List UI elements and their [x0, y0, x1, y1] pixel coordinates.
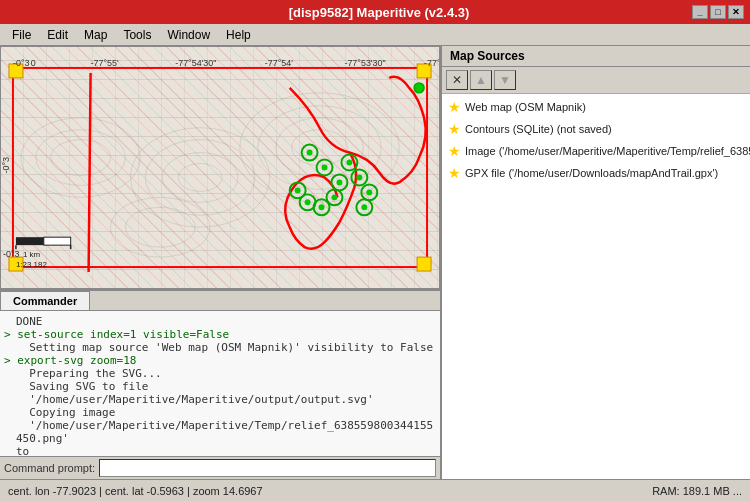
- output-line: '/home/user/Maperitive/Maperitive/output…: [4, 393, 436, 406]
- output-line: DONE: [4, 315, 436, 328]
- menu-map[interactable]: Map: [76, 26, 115, 44]
- source-label: Image ('/home/user/Maperitive/Maperitive…: [465, 145, 750, 157]
- title-bar: [disp9582] Maperitive (v2.4.3) _ □ ✕: [0, 0, 750, 24]
- menu-help[interactable]: Help: [218, 26, 259, 44]
- source-icon-star: ★: [448, 165, 461, 181]
- left-panel: -0°3 0 -77°55' -77°54'30" -77°54' -77°53…: [0, 46, 440, 479]
- menu-bar: File Edit Map Tools Window Help: [0, 24, 750, 46]
- commander-tabs: Commander: [0, 291, 440, 311]
- close-button[interactable]: ✕: [728, 5, 744, 19]
- menu-file[interactable]: File: [4, 26, 39, 44]
- red-hatch-overlay: [1, 47, 439, 288]
- output-line: Preparing the SVG...: [4, 367, 436, 380]
- move-up-button[interactable]: ▲: [470, 70, 492, 90]
- map-sources-toolbar: ✕ ▲ ▼: [442, 67, 750, 94]
- menu-window[interactable]: Window: [159, 26, 218, 44]
- output-line: > export-svg zoom=18: [4, 354, 436, 367]
- minimize-button[interactable]: _: [692, 5, 708, 19]
- menu-tools[interactable]: Tools: [115, 26, 159, 44]
- status-ram: RAM: 189.1 MB ...: [652, 485, 742, 497]
- command-input[interactable]: [99, 459, 436, 477]
- window-title: [disp9582] Maperitive (v2.4.3): [66, 5, 692, 20]
- source-icon-star: ★: [448, 121, 461, 137]
- main-content: -0°3 0 -77°55' -77°54'30" -77°54' -77°53…: [0, 46, 750, 479]
- source-label: Contours (SQLite) (not saved): [465, 123, 750, 135]
- source-item-image[interactable]: ★ Image ('/home/user/Maperitive/Maperiti…: [442, 140, 750, 162]
- output-line: > set-source index=1 visible=False: [4, 328, 436, 341]
- status-coords: cent. lon -77.9023 | cent. lat -0.5963 |…: [8, 485, 263, 497]
- command-prompt-row: Command prompt:: [0, 456, 440, 479]
- maximize-button[interactable]: □: [710, 5, 726, 19]
- right-panel: Map Sources ✕ ▲ ▼ ★ Web map (OSM Mapnik)…: [440, 46, 750, 479]
- output-line: Saving SVG to file: [4, 380, 436, 393]
- map-area[interactable]: -0°3 0 -77°55' -77°54'30" -77°54' -77°53…: [0, 46, 440, 289]
- command-prompt-label: Command prompt:: [4, 462, 95, 474]
- menu-edit[interactable]: Edit: [39, 26, 76, 44]
- output-line: Copying image: [4, 406, 436, 419]
- map-sources-list: ★ Web map (OSM Mapnik) ★ Contours (SQLit…: [442, 94, 750, 479]
- commander-panel: Commander DONE > set-source index=1 visi…: [0, 289, 440, 479]
- source-item-web-map[interactable]: ★ Web map (OSM Mapnik): [442, 96, 750, 118]
- map-sources-title: Map Sources: [450, 49, 525, 63]
- move-down-button[interactable]: ▼: [494, 70, 516, 90]
- source-item-contours[interactable]: ★ Contours (SQLite) (not saved): [442, 118, 750, 140]
- source-icon-star: ★: [448, 99, 461, 115]
- output-line: '/home/user/Maperitive/Maperitive/Temp/r…: [4, 419, 436, 445]
- map-sources-header: Map Sources: [442, 46, 750, 67]
- commander-output: DONE > set-source index=1 visible=False …: [0, 311, 440, 456]
- source-label: GPX file ('/home/user/Downloads/mapAndTr…: [465, 167, 750, 179]
- output-line: to: [4, 445, 436, 456]
- source-icon-star: ★: [448, 143, 461, 159]
- window-controls[interactable]: _ □ ✕: [692, 5, 744, 19]
- source-item-gpx[interactable]: ★ GPX file ('/home/user/Downloads/mapAnd…: [442, 162, 750, 184]
- commander-tab[interactable]: Commander: [0, 291, 90, 310]
- status-bar: cent. lon -77.9023 | cent. lat -0.5963 |…: [0, 479, 750, 501]
- output-line: Setting map source 'Web map (OSM Mapnik)…: [4, 341, 436, 354]
- source-label: Web map (OSM Mapnik): [465, 101, 750, 113]
- remove-source-button[interactable]: ✕: [446, 70, 468, 90]
